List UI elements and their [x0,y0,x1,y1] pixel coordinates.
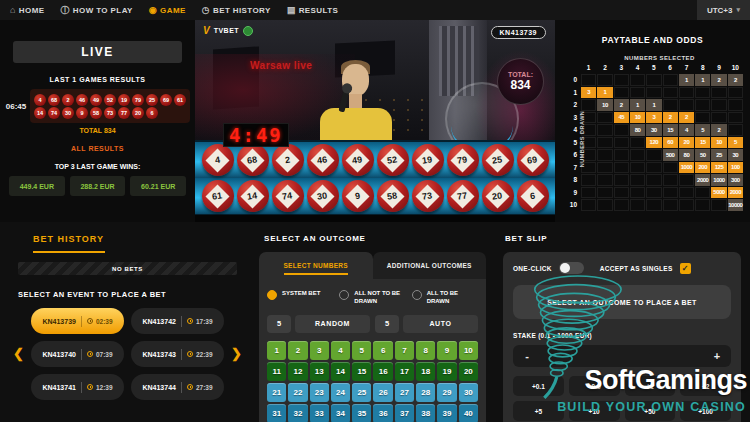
number-cell[interactable]: 37 [395,404,414,422]
number-cell[interactable]: 15 [352,362,371,381]
number-cell[interactable]: 3 [310,341,329,360]
quick-stake-button[interactable]: +10 [569,401,620,421]
quick-stake-button[interactable]: +1 [625,376,676,396]
number-cell[interactable]: 27 [395,383,414,402]
number-cell[interactable]: 2 [288,341,307,360]
clock-icon [87,384,93,390]
bet-history-panel: BET HISTORY NO BETS SELECT AN EVENT TO P… [0,222,255,422]
stake-input[interactable] [541,345,703,367]
stake-increase-button[interactable]: + [703,350,731,362]
number-cell[interactable]: 17 [395,362,414,381]
paytable-cell [630,74,645,86]
number-cell[interactable]: 22 [288,383,307,402]
live-button[interactable]: LIVE [13,41,182,63]
quick-stake-button[interactable]: +50 [625,401,676,421]
drawn-ball: 77 [118,107,130,119]
clock-icon [187,351,193,357]
number-cell[interactable]: 6 [373,341,392,360]
event-button[interactable]: KN413740 07:39 [31,341,124,367]
quick-stake-button[interactable]: +0.5 [569,376,620,396]
number-cell[interactable]: 40 [459,404,478,422]
radio-option[interactable]: ALL NOT TO BE DRAWN [339,289,405,306]
quick-stake-button[interactable]: +2 [680,376,731,396]
auto-button[interactable]: AUTO [403,315,478,333]
number-cell[interactable]: 35 [352,404,371,422]
select-numbers[interactable]: SELECT NUMBERS [259,252,373,279]
event-button[interactable]: KN413742 17:39 [131,308,224,334]
event-countdown: 27:39 [196,384,213,391]
number-cell[interactable]: 11 [267,362,286,381]
number-cell[interactable]: 16 [373,362,392,381]
paytable-cell: 10 [630,112,645,124]
number-cell[interactable]: 9 [437,341,456,360]
number-cell[interactable]: 36 [373,404,392,422]
number-cell[interactable]: 18 [416,362,435,381]
radio-icon [412,290,422,300]
number-cell[interactable]: 30 [459,383,478,402]
random-auto-row: 5 RANDOM 5 AUTO [267,315,478,333]
number-cell[interactable]: 1 [267,341,286,360]
event-button[interactable]: KN413741 12:39 [31,374,124,400]
draw-total: TOTAL 834 [0,127,195,134]
number-cell[interactable]: 13 [310,362,329,381]
numbers-selected-label: NUMBERS SELECTED [569,55,750,61]
game[interactable]: ◉ GAME [149,5,186,15]
stake-label: STAKE (0.1 - 1000 EUR) [513,332,731,339]
quick-stake-button[interactable]: +5 [513,401,564,421]
drawn-ball: 61 [174,94,186,106]
paytable-cell [614,162,629,174]
accept-singles-checkbox[interactable]: ✓ [680,263,691,274]
stake-decrease-button[interactable]: - [513,350,541,362]
lottery-ball: 46 [307,144,339,176]
chevron-right-icon[interactable]: ❯ [231,346,242,361]
auto-count-badge: 5 [375,315,399,333]
radio-option[interactable]: ALL TO BE DRAWN [412,289,478,306]
number-cell[interactable]: 31 [267,404,286,422]
paytable-cell [711,112,726,124]
number-cell[interactable]: 38 [416,404,435,422]
number-cell[interactable]: 12 [288,362,307,381]
number-cell[interactable]: 29 [437,383,456,402]
event-button[interactable]: KN413744 27:39 [131,374,224,400]
number-cell[interactable]: 10 [459,341,478,360]
radio-option[interactable]: SYSTEM BET [267,289,333,306]
number-cell[interactable]: 34 [331,404,350,422]
additional-outcomes[interactable]: ADDITIONAL OUTCOMES [373,252,487,279]
nav-item-label: HOME [19,6,45,15]
number-cell[interactable]: 24 [331,383,350,402]
number-cell[interactable]: 20 [459,362,478,381]
event-id: KN413744 [142,384,175,391]
quick-stake-button[interactable]: +100 [680,401,731,421]
event-button[interactable]: KN413739 02:39 [31,308,124,334]
top-navbar: ⌂ HOME ⓘ HOW TO PLAY ◉ GAME ◷ BET HISTOR… [0,0,750,20]
number-cell[interactable]: 4 [331,341,350,360]
quick-stake-button[interactable]: +0.1 [513,376,564,396]
number-cell[interactable]: 28 [416,383,435,402]
number-cell[interactable]: 39 [437,404,456,422]
all-results-link[interactable]: ALL RESULTS [0,145,195,152]
number-cell[interactable]: 21 [267,383,286,402]
timezone-selector[interactable]: UTC+3 ▾ [697,0,750,20]
lottery-ball: 61 [202,180,234,212]
number-cell[interactable]: 8 [416,341,435,360]
bet-history[interactable]: ◷ BET HISTORY [202,5,271,15]
number-cell[interactable]: 33 [310,404,329,422]
number-cell[interactable]: 7 [395,341,414,360]
results[interactable]: ▤ RESULTS [287,5,338,15]
number-cell[interactable]: 25 [352,383,371,402]
number-cell[interactable]: 23 [310,383,329,402]
paytable-cell [614,137,629,149]
number-cell[interactable]: 32 [288,404,307,422]
number-cell[interactable]: 14 [331,362,350,381]
chevron-left-icon[interactable]: ❮ [13,346,24,361]
radio-icon [339,290,349,300]
number-cell[interactable]: 26 [373,383,392,402]
event-countdown: 12:39 [96,384,113,391]
number-cell[interactable]: 5 [352,341,371,360]
home[interactable]: ⌂ HOME [10,5,44,15]
how-to-play[interactable]: ⓘ HOW TO PLAY [60,4,132,17]
one-click-toggle[interactable] [559,262,584,274]
event-button[interactable]: KN413743 22:39 [131,341,224,367]
random-button[interactable]: RANDOM [295,315,370,333]
number-cell[interactable]: 19 [437,362,456,381]
